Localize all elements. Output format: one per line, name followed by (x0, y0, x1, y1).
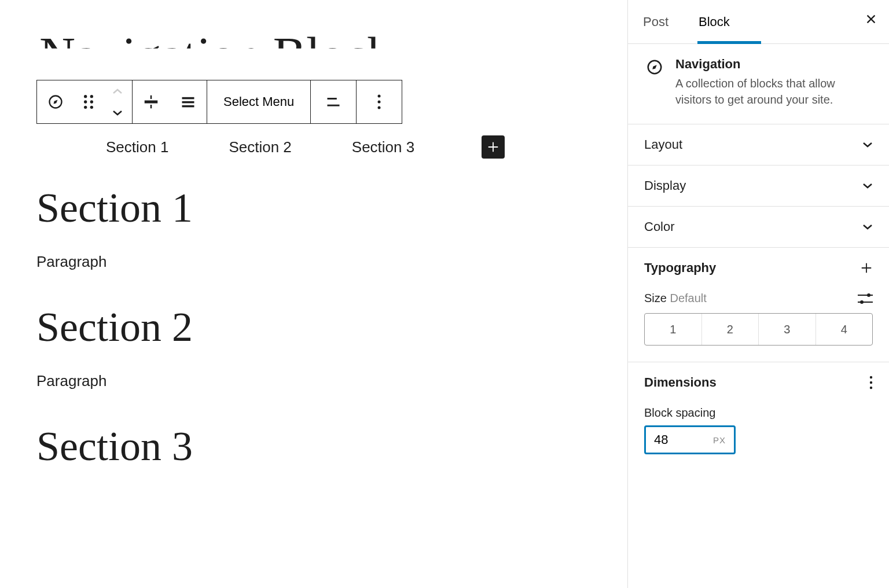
svg-point-4 (90, 100, 93, 103)
svg-point-23 (870, 376, 872, 378)
nav-item[interactable]: Section 2 (229, 138, 291, 156)
panel-color[interactable]: Color (628, 207, 889, 248)
section-heading[interactable]: Section 2 (36, 303, 593, 351)
custom-size-button[interactable] (858, 292, 873, 305)
more-vertical-icon (377, 94, 381, 109)
editor-canvas: Navigation Block (0, 0, 627, 588)
svg-rect-8 (150, 95, 152, 99)
svg-point-15 (378, 95, 381, 98)
align-button[interactable] (133, 80, 170, 123)
sliders-icon (858, 292, 873, 305)
text-align-icon (325, 94, 341, 110)
sidebar-tabs: Post Block (628, 0, 889, 44)
section-heading[interactable]: Section 3 (36, 422, 593, 471)
svg-point-16 (378, 101, 381, 104)
panel-title: Layout (644, 137, 682, 152)
block-spacing-label: Block spacing (644, 406, 873, 420)
block-type-button[interactable] (37, 80, 74, 123)
add-block-button[interactable] (482, 135, 505, 159)
svg-point-24 (870, 381, 872, 384)
svg-rect-10 (182, 97, 194, 100)
section-heading[interactable]: Section 1 (36, 184, 593, 232)
block-summary: Navigation A collection of blocks that a… (628, 44, 889, 124)
block-description: A collection of blocks that allow visito… (675, 75, 873, 108)
block-spacing-input[interactable] (654, 432, 689, 447)
settings-sidebar: Post Block Navigation A collection of bl… (627, 0, 889, 588)
panel-title: Typography (644, 260, 716, 275)
panel-layout[interactable]: Layout (628, 124, 889, 166)
svg-point-1 (84, 95, 87, 98)
add-typography-button[interactable] (860, 262, 873, 274)
size-option[interactable]: 1 (645, 314, 701, 345)
justify-icon (180, 94, 196, 110)
active-tab-indicator (697, 41, 761, 44)
navigation-block[interactable]: Section 1 Section 2 Section 3 (36, 135, 505, 159)
chevron-down-icon (862, 183, 873, 189)
block-name: Navigation (675, 57, 873, 72)
move-down-button[interactable] (103, 102, 132, 123)
svg-rect-11 (182, 101, 194, 104)
svg-point-20 (867, 293, 870, 297)
select-menu-button[interactable]: Select Menu (207, 80, 310, 123)
svg-point-3 (84, 100, 87, 103)
svg-rect-9 (150, 105, 152, 108)
tab-post[interactable]: Post (628, 0, 684, 43)
justify-button[interactable] (170, 80, 207, 123)
panel-title: Dimensions (644, 375, 717, 390)
more-options-button[interactable] (357, 80, 402, 123)
nav-item[interactable]: Section 3 (352, 138, 414, 156)
dimensions-options-button[interactable] (869, 376, 873, 389)
tab-block[interactable]: Block (684, 0, 745, 43)
panel-display[interactable]: Display (628, 166, 889, 207)
svg-point-22 (860, 300, 864, 304)
panel-typography: Typography Size Default (628, 248, 889, 362)
unit-label[interactable]: PX (713, 435, 726, 445)
block-spacing-control: PX (644, 425, 736, 454)
font-size-picker: 1 2 3 4 (644, 313, 873, 346)
size-option[interactable]: 3 (758, 314, 815, 345)
navigation-icon (47, 94, 64, 110)
svg-point-2 (90, 95, 93, 98)
svg-rect-13 (328, 98, 337, 100)
chevron-down-icon (862, 142, 873, 148)
panel-title: Display (644, 178, 686, 193)
size-option[interactable]: 4 (815, 314, 873, 345)
move-up-button[interactable] (103, 80, 132, 102)
svg-point-17 (378, 106, 381, 109)
svg-rect-14 (328, 105, 340, 106)
more-vertical-icon (869, 376, 873, 389)
chevron-up-icon (112, 89, 123, 94)
close-icon (865, 13, 877, 25)
svg-point-5 (84, 106, 87, 109)
svg-rect-7 (145, 101, 158, 104)
svg-rect-12 (182, 105, 194, 108)
select-menu-label: Select Menu (223, 94, 294, 109)
size-option[interactable]: 2 (701, 314, 759, 345)
chevron-down-icon (112, 110, 123, 116)
page-title: Navigation Block (39, 30, 392, 80)
svg-point-6 (90, 106, 93, 109)
panel-title: Color (644, 219, 675, 234)
chevron-down-icon (862, 224, 873, 230)
drag-icon (83, 95, 94, 109)
close-sidebar-button[interactable] (865, 13, 877, 25)
plus-icon (860, 262, 873, 274)
paragraph-block[interactable]: Paragraph (36, 253, 593, 271)
align-center-icon (142, 93, 160, 111)
plus-icon (487, 141, 499, 153)
panel-dimensions: Dimensions Block spacing PX (628, 362, 889, 454)
nav-item[interactable]: Section 1 (106, 138, 168, 156)
size-label: Size Default (644, 292, 707, 305)
navigation-icon (644, 57, 665, 78)
svg-point-25 (870, 387, 872, 389)
text-align-button[interactable] (311, 80, 356, 123)
page-content: Section 1 Paragraph Section 2 Paragraph … (36, 184, 593, 491)
paragraph-block[interactable]: Paragraph (36, 372, 593, 390)
block-toolbar: Select Menu (36, 80, 402, 124)
drag-handle[interactable] (74, 80, 103, 123)
